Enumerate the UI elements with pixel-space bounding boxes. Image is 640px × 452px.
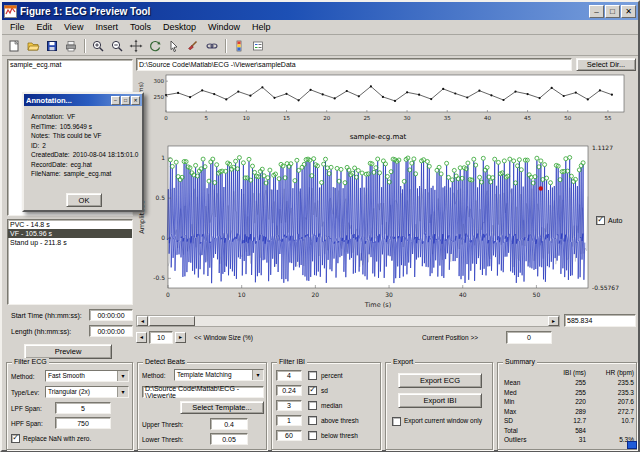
dialog-ok-button[interactable]: OK (66, 193, 102, 207)
export-ibi-button[interactable]: Export IBI (398, 393, 482, 408)
link-plots-button[interactable] (203, 37, 221, 54)
beat-method-select[interactable]: Template Matching▾ (174, 369, 264, 381)
menu-window[interactable]: Window (202, 21, 246, 33)
percent-checkbox[interactable] (308, 371, 317, 380)
annotation-item-vf[interactable]: VF - 105.96 s (8, 229, 132, 238)
export-window-only-row: Export current window only (392, 417, 488, 426)
filter-ibi-panel: Filter IBI 4 percent 0.24 ✓ sd 3 median … (271, 362, 381, 450)
svg-text:10: 10 (243, 115, 250, 121)
replace-nan-checkbox[interactable]: ✓ (11, 434, 20, 443)
file-list-item[interactable]: sample_ecg.mat (8, 60, 132, 69)
scrollbar-thumb[interactable] (149, 316, 195, 326)
menu-help[interactable]: Help (246, 21, 277, 33)
rotate-3d-button[interactable] (146, 37, 164, 54)
export-window-only-checkbox[interactable] (392, 417, 401, 426)
preview-button[interactable]: Preview (24, 344, 112, 359)
start-time-input[interactable]: 00:00:00 (89, 309, 133, 321)
insert-colorbar-button[interactable] (230, 37, 248, 54)
summary-value: 235.5 (590, 379, 634, 386)
annotation-item-standup[interactable]: Stand up - 211.8 s (8, 238, 132, 247)
chevron-down-icon[interactable]: ▾ (117, 387, 128, 397)
sd-checkbox[interactable]: ✓ (308, 386, 317, 395)
svg-text:15: 15 (283, 115, 290, 121)
below-thresh-checkbox[interactable] (308, 431, 317, 440)
summary-value: 255 (546, 379, 586, 386)
new-figure-button[interactable] (5, 37, 23, 54)
annotation-item-pvc[interactable]: PVC - 14.8 s (8, 220, 132, 229)
window-size-input[interactable]: 10 (149, 331, 173, 344)
summary-col-ibi: IBI (ms) (546, 369, 586, 376)
svg-text:0: 0 (164, 115, 168, 121)
menu-view[interactable]: View (58, 21, 89, 33)
menu-tools[interactable]: Tools (124, 21, 157, 33)
window-size-increment-button[interactable]: ▸ (175, 332, 186, 343)
annotation-field: CreatedDate:2010-08-04 18:15:01.0 (31, 150, 138, 160)
window-controls-row: ◂ 10 ▸ << Window Size (%) Current Positi… (136, 331, 560, 345)
upper-thresh-input[interactable]: 0.4 (210, 418, 248, 430)
menu-insert[interactable]: Insert (89, 21, 124, 33)
lpf-span-input[interactable]: 5 (55, 402, 111, 414)
maximize-button[interactable]: □ (605, 5, 620, 18)
chevron-down-icon[interactable]: ▾ (252, 370, 263, 380)
annotation-field: ID:2 (31, 141, 138, 151)
svg-text:250: 250 (154, 94, 165, 100)
dialog-maximize-button[interactable]: □ (121, 96, 130, 105)
menu-edit[interactable]: Edit (31, 21, 59, 33)
window-size-decrement-button[interactable]: ◂ (136, 332, 147, 343)
insert-legend-button[interactable] (249, 37, 267, 54)
current-position-input[interactable]: 0 (506, 331, 552, 344)
rotate-icon (148, 39, 162, 53)
sd-input[interactable]: 0.24 (276, 385, 302, 396)
length-input[interactable]: 00:00:00 (89, 325, 133, 337)
svg-text:5: 5 (204, 115, 208, 121)
lpf-span-label: LPF Span: (11, 405, 42, 412)
new-document-icon (7, 39, 21, 53)
figure-icon (4, 5, 17, 18)
filter-type-select[interactable]: Triangular (2x)▾ (45, 386, 129, 398)
print-figure-button[interactable] (62, 37, 80, 54)
ibi-trend-chart[interactable]: 0510152025303540455055250300IBI (ms) (136, 72, 638, 128)
save-figure-button[interactable] (43, 37, 61, 54)
scroll-left-button[interactable]: ◂ (137, 316, 148, 326)
percent-input[interactable]: 4 (276, 370, 302, 381)
above-thresh-checkbox[interactable] (308, 416, 317, 425)
open-file-button[interactable] (24, 37, 42, 54)
median-input[interactable]: 3 (276, 400, 302, 411)
auto-scale-checkbox[interactable]: ✓ (596, 216, 605, 225)
svg-text:0.5: 0.5 (155, 194, 165, 201)
svg-text:-0.5: -0.5 (153, 274, 165, 281)
data-directory-input[interactable]: D:\Source Code\Matlab\ECG -\Viewer\sampl… (136, 58, 572, 71)
pan-button[interactable] (127, 37, 145, 54)
lower-thresh-input[interactable]: 0.05 (210, 433, 248, 445)
brush-button[interactable] (184, 37, 202, 54)
export-panel: Export Export ECG Export IBI Export curr… (385, 362, 493, 450)
dialog-close-button[interactable]: ✕ (131, 96, 140, 105)
select-dir-button[interactable]: Select Dir... (576, 58, 636, 71)
below-thresh-input[interactable]: 60 (276, 430, 302, 441)
scroll-right-button[interactable]: ▸ (548, 316, 559, 326)
menu-file[interactable]: File (4, 21, 31, 33)
summary-row-label: Min (504, 398, 514, 405)
dialog-minimize-button[interactable]: – (111, 96, 120, 105)
zoom-out-button[interactable] (108, 37, 126, 54)
template-path-input[interactable]: D:\Source Code\Matlab\ECG -\Viewer\te (142, 386, 264, 398)
annotation-listbox[interactable]: PVC - 14.8 s VF - 105.96 s Stand up - 21… (7, 219, 133, 305)
minimize-button[interactable]: – (589, 5, 604, 18)
filter-method-select[interactable]: Fast Smooth▾ (45, 370, 129, 382)
annotation-dialog-titlebar[interactable]: Annotation... – □ ✕ (24, 94, 142, 106)
close-button[interactable]: ✕ (621, 5, 636, 18)
position-scrollbar[interactable]: ◂ ▸ (136, 315, 560, 327)
annotation-field: Notes:This could be VF (31, 131, 138, 141)
data-cursor-button[interactable] (165, 37, 183, 54)
menu-desktop[interactable]: Desktop (157, 21, 202, 33)
export-ecg-button[interactable]: Export ECG (398, 373, 482, 388)
above-thresh-input[interactable]: 1 (276, 415, 302, 426)
chevron-down-icon[interactable]: ▾ (117, 371, 128, 381)
select-template-button[interactable]: Select Template... (180, 401, 264, 414)
hpf-span-input[interactable]: 750 (55, 417, 111, 429)
ecg-waveform-chart[interactable]: sample-ecg.mat01020304050Time (s)10.50-0… (136, 130, 638, 312)
median-checkbox[interactable] (308, 401, 317, 410)
zoom-in-button[interactable] (89, 37, 107, 54)
filter-method-label: Method: (11, 373, 35, 380)
data-cursor-icon (167, 39, 181, 53)
